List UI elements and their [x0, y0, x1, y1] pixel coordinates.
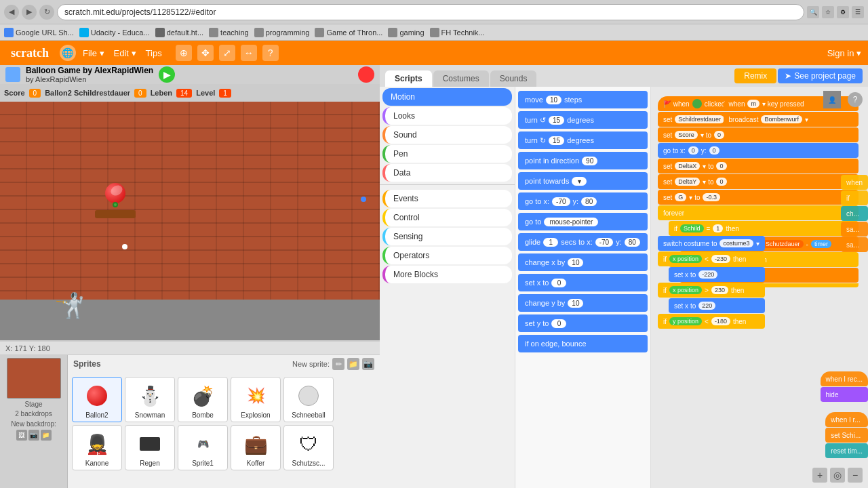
tab-scripts[interactable]: Scripts	[385, 70, 432, 87]
stage-thumbnail[interactable]: Stage 2 backdrops New backdrop: 🖼 📷 📁	[0, 355, 68, 488]
back-button[interactable]: ◀	[4, 5, 19, 20]
category-more[interactable]: More Blocks	[382, 266, 512, 283]
new-sprite-camera[interactable]: 📷	[362, 358, 374, 370]
tab-sounds[interactable]: Sounds	[490, 70, 537, 87]
new-sprite-folder[interactable]: 📁	[347, 358, 359, 370]
category-sound[interactable]: Sound	[382, 126, 512, 144]
remix-button[interactable]: Remix	[734, 68, 776, 83]
see-project-button[interactable]: ➤ See project page	[778, 68, 863, 83]
tips-menu[interactable]: Tips	[146, 48, 162, 58]
zoom-reset-button[interactable]: ◎	[830, 468, 845, 483]
help-toolbar-icon[interactable]: ?	[262, 45, 279, 61]
block-set-x[interactable]: set x to 0	[518, 274, 648, 291]
block-set-schild-partial[interactable]: set Schi...	[825, 428, 868, 443]
block-say-partial2[interactable]: sa...	[841, 237, 868, 252]
block-set-score[interactable]: set Score ▾ to 0	[658, 127, 859, 142]
search-icon[interactable]: 🔍	[807, 6, 819, 18]
block-turn-cw-value[interactable]: 15	[549, 136, 564, 145]
stop-button[interactable]	[358, 66, 374, 83]
category-events[interactable]: Events	[382, 190, 512, 207]
play-button[interactable]: ▶	[159, 66, 175, 83]
block-change-x-value[interactable]: 10	[568, 258, 583, 267]
bookmark-google[interactable]: Google URL Sh...	[4, 28, 74, 37]
scripts-canvas[interactable]: 🚩 when clicked set Schildrestdauer ▾ to …	[651, 87, 868, 488]
sprite-bombe[interactable]: 💣 Bombe	[178, 377, 228, 422]
bookmark-default[interactable]: default.ht...	[155, 28, 203, 37]
block-if-y-less[interactable]: if y position < -180 then	[658, 314, 765, 329]
bookmark-programming[interactable]: programming	[254, 28, 310, 37]
block-change-y[interactable]: change y by 10	[518, 294, 648, 312]
block-glide-secs[interactable]: 1	[543, 238, 558, 247]
block-turn-ccw[interactable]: turn ↺ 15 degrees	[518, 111, 648, 129]
category-sensing[interactable]: Sensing	[382, 228, 512, 245]
block-goto-y[interactable]: 80	[581, 197, 597, 206]
sprite-ballon2[interactable]: Ballon2	[72, 377, 122, 422]
extensions-icon[interactable]: ⚙	[837, 6, 849, 18]
block-point-direction[interactable]: point in direction 90	[518, 152, 648, 169]
tab-costumes[interactable]: Costumes	[433, 70, 489, 87]
resize-icon[interactable]: ⤢	[219, 45, 235, 61]
signin-button[interactable]: Sign in ▾	[827, 48, 861, 58]
category-data[interactable]: Data	[382, 164, 512, 182]
block-set-y[interactable]: set y to 0	[518, 314, 648, 332]
sprite-explosion[interactable]: 💥 Explosion	[231, 377, 281, 422]
sprite-kanone[interactable]: 💂 Kanone	[72, 425, 122, 470]
bookmark-udacity[interactable]: Udacity - Educa...	[79, 28, 150, 37]
category-operators[interactable]: Operators	[382, 247, 512, 264]
help-button[interactable]: ?	[848, 92, 863, 107]
rotate-icon[interactable]: ↔	[241, 45, 257, 61]
stage-area[interactable]: 🤺	[0, 102, 380, 340]
block-turn-cw[interactable]: turn ↻ 15 degrees	[518, 131, 648, 149]
block-say-partial1[interactable]: sa...	[841, 222, 868, 237]
refresh-button[interactable]: ↻	[39, 5, 54, 20]
backdrop-paint-icon[interactable]: 🖼	[16, 430, 27, 441]
block-goto-target[interactable]: go to mouse-pointer	[518, 213, 648, 230]
bookmark-gaming[interactable]: gaming	[388, 28, 424, 37]
zoom-out-button[interactable]: −	[848, 468, 863, 483]
sprite-schutz[interactable]: 🛡 Schutzsc...	[283, 425, 334, 470]
block-forever[interactable]: forever	[658, 205, 859, 220]
backdrop-folder-icon[interactable]: 📁	[41, 430, 52, 441]
block-set-x-220[interactable]: set x to -220	[669, 267, 765, 282]
block-if-x-less[interactable]: if x position < -230 then	[658, 251, 765, 266]
bookmark-icon[interactable]: ☆	[822, 6, 834, 18]
forward-button[interactable]: ▶	[22, 5, 37, 20]
block-move-value[interactable]: 10	[546, 96, 561, 104]
block-change-y-value[interactable]: 10	[568, 299, 583, 308]
zoom-in-button[interactable]: +	[812, 468, 827, 483]
block-reset-partial[interactable]: reset tim...	[825, 443, 868, 458]
copy-icon[interactable]: ⊕	[176, 45, 192, 61]
new-sprite-paint[interactable]: ✏	[332, 358, 344, 370]
block-switch-costume[interactable]: switch costume to costume3 ▾	[658, 236, 765, 251]
block-goto-0-0[interactable]: go to x: 0 y: 0	[658, 143, 859, 158]
sprite-schneeball[interactable]: Schneeball	[283, 377, 334, 422]
block-set-x-value[interactable]: 0	[551, 279, 566, 287]
block-when-key[interactable]: when m ▾ key pressed	[724, 96, 814, 111]
sprite-snowman[interactable]: ⛄ Snowman	[125, 377, 175, 422]
block-set-x-220-pos[interactable]: set x to 220	[669, 298, 765, 313]
block-goto-dropdown[interactable]: mouse-pointer	[544, 218, 598, 226]
block-set-g[interactable]: set G ▾ to -0.3	[658, 190, 859, 205]
block-if-schild[interactable]: if Schild = 1 then	[669, 221, 859, 236]
block-when-partial[interactable]: when	[841, 175, 868, 190]
block-move[interactable]: move 10 steps	[518, 91, 648, 108]
block-if-x-greater[interactable]: if x position > 230 then	[658, 283, 765, 298]
block-when-receive2[interactable]: when I r...	[825, 412, 868, 427]
block-goto-xy[interactable]: go to x: -70 y: 80	[518, 192, 648, 210]
block-glide-x[interactable]: -70	[595, 238, 613, 247]
block-glide-y[interactable]: 80	[625, 238, 640, 247]
block-change-partial[interactable]: ch...	[841, 206, 868, 221]
block-broadcast[interactable]: broadcast Bombenwurf ▾	[724, 112, 814, 127]
block-direction-value[interactable]: 90	[582, 157, 597, 165]
sprite-koffer[interactable]: 💼 Koffer	[231, 425, 281, 470]
block-if-on-edge[interactable]: if on edge, bounce	[518, 335, 648, 352]
category-looks[interactable]: Looks	[382, 107, 512, 125]
category-motion[interactable]: Motion	[382, 88, 512, 106]
block-point-towards[interactable]: point towards ▾	[518, 172, 648, 190]
block-towards-dropdown[interactable]: ▾	[572, 177, 587, 186]
block-if-partial[interactable]: if	[841, 190, 868, 205]
block-change-x[interactable]: change x by 10	[518, 253, 648, 271]
block-goto-x[interactable]: -70	[552, 197, 570, 206]
block-when-receive[interactable]: when I rec...	[821, 371, 868, 386]
block-set-y-value[interactable]: 0	[551, 319, 566, 328]
